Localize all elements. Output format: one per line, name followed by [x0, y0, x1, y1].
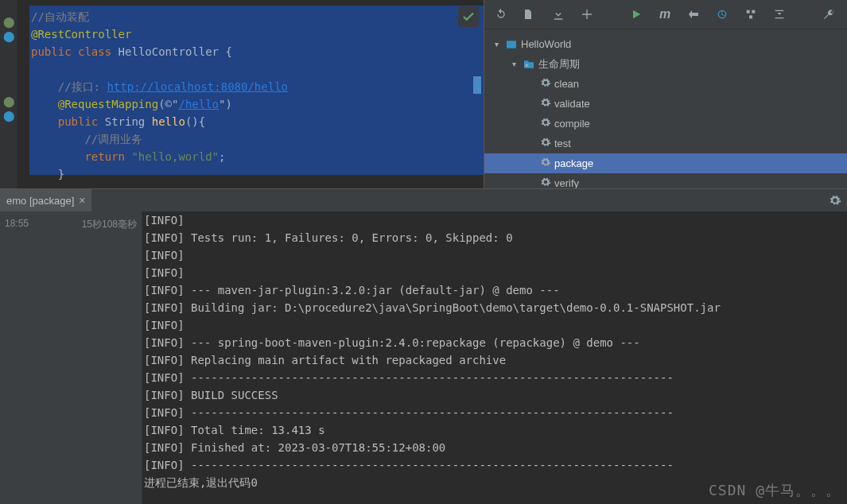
console-line: [INFO] Building jar: D:\procedure2\java\… — [144, 299, 845, 316]
run-icon[interactable] — [629, 7, 643, 21]
lifecycle-node[interactable]: ▾ 生命周期 — [484, 54, 847, 74]
code-line[interactable]: @RequestMapping(©"/hello") — [31, 95, 484, 113]
code-line[interactable]: //自动装配 — [31, 8, 484, 25]
gear-icon — [540, 176, 551, 188]
project-label: HelloWorld — [521, 38, 571, 50]
console-output[interactable]: [INFO][INFO] Tests run: 1, Failures: 0, … — [142, 211, 847, 504]
code-line[interactable]: //调用业务 — [31, 130, 484, 148]
refresh-icon[interactable] — [494, 7, 508, 21]
console-line: [INFO] — [144, 211, 845, 229]
console-line: [INFO] Replacing main artifact with repa… — [144, 351, 845, 369]
console-line: [INFO] ---------------------------------… — [144, 369, 845, 386]
code-line[interactable] — [31, 60, 484, 78]
run-tab-bar: emo [package] × — [0, 189, 847, 211]
watermark: CSDN @牛马。。。 — [709, 482, 841, 499]
maven-goal-label: validate — [554, 98, 590, 110]
gear-icon[interactable] — [823, 194, 847, 207]
close-icon[interactable]: × — [79, 194, 85, 207]
code-line[interactable]: } — [31, 165, 484, 183]
maven-goal-validate[interactable]: validate — [484, 94, 847, 114]
maven-goal-verify[interactable]: verify — [484, 173, 847, 188]
endpoint-icon[interactable]: ⬤ — [3, 110, 14, 121]
toggle-skip-tests-icon[interactable] — [686, 7, 701, 21]
maven-goal-label: verify — [554, 177, 579, 188]
maven-goal-test[interactable]: test — [484, 134, 847, 153]
lifecycle-label: 生命周期 — [538, 57, 580, 72]
folder-gear-icon — [523, 58, 535, 71]
svg-rect-3 — [749, 15, 752, 18]
maven-goal-label: package — [554, 157, 593, 169]
run-time-left: 18:55 — [5, 218, 29, 498]
code-line[interactable]: return "hello,world"; — [31, 148, 484, 165]
gear-icon — [540, 117, 551, 130]
maven-project-node[interactable]: ▾ HelloWorld — [484, 34, 847, 54]
run-tree-panel[interactable]: 18:55 15秒108毫秒 — [0, 211, 142, 504]
svg-rect-4 — [507, 41, 516, 48]
console-line: [INFO] --- spring-boot-maven-plugin:2.4.… — [144, 334, 845, 351]
gear-icon — [540, 157, 551, 170]
mapping-icon[interactable]: ⬤ — [3, 95, 14, 107]
svg-rect-1 — [747, 10, 750, 14]
chevron-down-icon[interactable]: ▾ — [508, 60, 519, 68]
maven-goal-label: compile — [554, 118, 590, 130]
code-line[interactable]: @RestController — [31, 25, 484, 43]
maven-panel: m ▾ HelloWorld ▾ 生命周期 clea — [484, 0, 847, 188]
chevron-down-icon[interactable]: ▾ — [491, 40, 502, 48]
svg-rect-2 — [752, 10, 755, 14]
show-deps-icon[interactable] — [744, 7, 758, 21]
maven-goal-label: clean — [554, 78, 579, 90]
code-line[interactable]: //接口: http://localhost:8080/hello — [31, 78, 484, 95]
bean-link-icon[interactable]: ⬤ — [3, 30, 14, 41]
code-line[interactable]: public String hello(){ — [31, 113, 484, 130]
maven-goal-clean[interactable]: clean — [484, 74, 847, 94]
console-line: [INFO] ---------------------------------… — [144, 404, 845, 421]
console-line: [INFO] Finished at: 2023-03-07T18:55:12+… — [144, 439, 845, 456]
gear-icon — [540, 137, 551, 150]
maven-goal-compile[interactable]: compile — [484, 114, 847, 134]
download-icon[interactable] — [551, 7, 565, 21]
spring-bean-icon[interactable]: ⬤ — [3, 16, 14, 27]
console-line: [INFO] ---------------------------------… — [144, 456, 845, 474]
inspection-ok-icon[interactable] — [458, 6, 479, 27]
console-line: [INFO] Tests run: 1, Failures: 0, Errors… — [144, 229, 845, 246]
console-line: [INFO] — [144, 316, 845, 334]
gear-icon — [540, 97, 551, 110]
console-line: [INFO] --- maven-jar-plugin:3.2.0:jar (d… — [144, 281, 845, 299]
collapse-icon[interactable] — [772, 7, 787, 21]
add-icon[interactable] — [580, 7, 594, 21]
maven-goal-package[interactable]: package — [484, 153, 847, 173]
console-line: [INFO] — [144, 264, 845, 281]
generate-sources-icon[interactable] — [523, 7, 537, 21]
wrench-icon[interactable] — [822, 7, 836, 21]
console-line: [INFO] — [144, 246, 845, 264]
offline-icon[interactable] — [715, 7, 729, 21]
run-time-right: 15秒108毫秒 — [82, 218, 137, 498]
console-line: [INFO] BUILD SUCCESS — [144, 386, 845, 404]
maven-tree[interactable]: ▾ HelloWorld ▾ 生命周期 cleanvalidatecompile… — [484, 29, 847, 188]
gear-icon — [540, 77, 551, 91]
code-line[interactable]: public class HelloController { — [31, 43, 484, 60]
maven-goal-label: test — [554, 138, 571, 149]
maven-m-icon[interactable]: m — [658, 7, 672, 21]
maven-toolbar: m — [484, 0, 847, 29]
code-editor[interactable]: //自动装配@RestControllerpublic class HelloC… — [17, 0, 484, 188]
maven-module-icon — [505, 38, 518, 51]
svg-point-5 — [525, 64, 528, 67]
console-line: [INFO] Total time: 13.413 s — [144, 421, 845, 439]
gutter: ⬤ ⬤ ⬤ ⬤ — [0, 0, 17, 188]
run-tab-label: emo [package] — [6, 195, 74, 207]
run-tab[interactable]: emo [package] × — [0, 189, 91, 211]
